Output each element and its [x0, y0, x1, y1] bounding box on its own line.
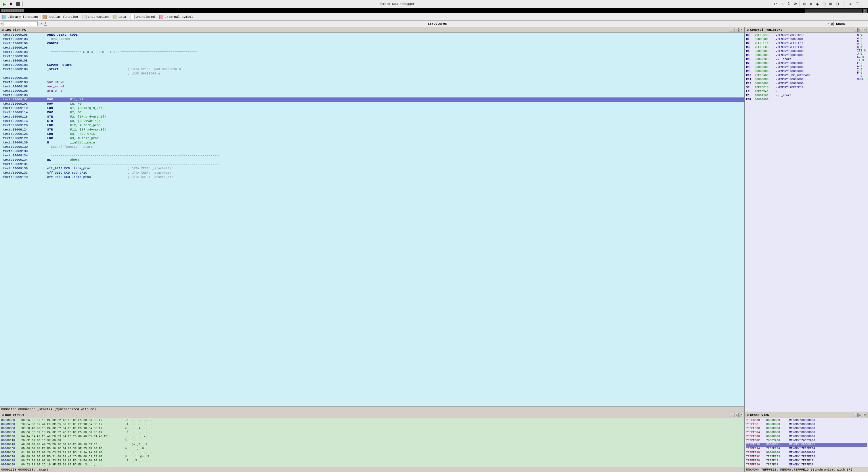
reg-line-r8: R8 00000000 ↳ MEMORY:00000000 — [745, 66, 867, 70]
btn-7[interactable]: ⊟ — [841, 1, 847, 7]
hex-line: 000090F0 00 C6 8F E2 18 CA 8C E2 2C F8 B… — [1, 431, 743, 435]
structures-expand-btn[interactable]: ✕ — [828, 22, 830, 26]
structures-tab-area: ✕ A Structures ✕ ⊞ — [39, 22, 834, 26]
ida-line: .text:00009108 — [0, 46, 744, 50]
stack-line: 7EFFFE00 00000000 MEMORY:00000000 — [746, 427, 867, 431]
stack-line: 7EFFFE04 00000000 MEMORY:00000000 — [746, 431, 867, 435]
structures-grid-btn[interactable]: ⊞ — [830, 22, 834, 26]
btn-6[interactable]: ⊡ — [834, 1, 840, 7]
stack-minimize-btn[interactable]: − — [854, 413, 858, 417]
reg-line-lr: LR 76FF5BAC ↳ — [745, 90, 867, 94]
regs-restore-btn[interactable]: □ — [858, 28, 862, 32]
hex-line: 000090D0 18 CA 8C E2 44 F8 BC E5 00 C6 8… — [1, 423, 743, 427]
ida-line: .text:00009138 off_9138 DCD .term_proc ;… — [0, 166, 744, 171]
stack-line: 7EFFFE18 00000000 MEMORY:00000000 — [746, 451, 867, 455]
legend-library: Library function — [2, 15, 38, 19]
hex-line: 00009170 40 00 00 00 0E BD 31 00 08 40 2… — [1, 455, 743, 459]
stack-panel-icon: 🖥 — [746, 413, 749, 417]
ida-line: .text:00009120 LDR R12, =.term_proc — [0, 123, 744, 128]
ida-view-container: 🖥 IDA View-PC − □ ✕ .text:00009108 AREA … — [0, 27, 744, 412]
play-button[interactable]: ▶ — [1, 1, 7, 7]
btn-4[interactable]: ⊞ — [821, 1, 827, 7]
hex-line: 000090E0 3C F8 AC 00 18 CA 8C E2 34 F8 B… — [1, 427, 743, 431]
stop-button[interactable]: ⬛ — [14, 1, 21, 7]
ida-line: .text:00009108 var_8= -8 — [0, 80, 744, 85]
tab-structures-row: ✕ ✕ A Structures ✕ ⊞ Enums — [0, 21, 868, 27]
step-over-button[interactable]: ↩ — [772, 1, 779, 7]
ida-line: .text:00009134 ; -----------------------… — [0, 162, 744, 166]
regs-panel-title: General registers — [750, 28, 854, 32]
reg-line-r5: R5 00000000 ↳ MEMORY:00000000 — [745, 54, 867, 58]
step-into-button[interactable]: ↪ — [779, 1, 785, 7]
step-out-button[interactable]: ⤵ — [785, 1, 792, 7]
reg-line-psr: PSR 00000000 — [745, 98, 867, 102]
search-input[interactable] — [3, 22, 38, 26]
reg-line-r7: R7 00000000 ↳ MEMORY:00000000 — [745, 62, 867, 66]
panels-row: 🖥 IDA View-PC − □ ✕ .text:00009108 AREA … — [0, 27, 868, 472]
hex-line: 00009110 20 6F 01 00 1C 97 00 00 o...... — [1, 439, 743, 443]
hex-line: 00009190 00 53 E3 02 2C 10 9F E5 08 80 B… — [1, 463, 743, 467]
reg-line-r1: R1 00000001 ↳ MEMORY:00000001 — [745, 37, 867, 41]
ida-view-content[interactable]: .text:00009108 AREA .text, CODE .text:00… — [0, 33, 744, 406]
reg-line-r12: R12 00000000 ↳ MEMORY:00000000 — [745, 81, 867, 86]
search-clear-btn[interactable]: ✕ — [1, 22, 3, 25]
legend-external-label: External symbol — [164, 15, 193, 19]
stack-line: 7EFFFE20 7EFFF17 MEMORY:7EFFF17 — [746, 459, 867, 463]
hex-restore-btn[interactable]: □ — [735, 413, 739, 417]
legend-unexplored-color — [131, 15, 134, 19]
structures-filter-btn[interactable]: A — [44, 22, 47, 26]
btn-8[interactable]: ≡ — [847, 1, 854, 7]
btn-10[interactable]: ⊥ — [861, 1, 867, 7]
btn-2[interactable]: ⊗ — [808, 1, 814, 7]
hex-panel-title: Hex View-1 — [5, 413, 730, 417]
btn-5[interactable]: ⊠ — [828, 1, 834, 7]
dropdown-btn[interactable]: ▼ — [863, 9, 867, 13]
ida-status-bar: 0000110C 0000910C: _start+4 (Synchronize… — [0, 406, 744, 412]
ida-panel-icon: 🖥 — [1, 28, 4, 32]
reg-line-pc: PC 00009108 ↳ ↳ _start — [745, 94, 867, 98]
toolbar-debug-controls: ↩ ↪ ⤵ ⟳ — [772, 1, 798, 7]
legend-instruction: Instruction — [83, 15, 109, 19]
hex-line: 00009180 00 53 E3 02 00 0A 53 E3 08 80 B… — [1, 459, 743, 463]
ida-line: .text:00009114 MOV R2, SP — [0, 110, 744, 115]
legend-instruction-color — [83, 15, 87, 19]
toolbar-controls: ▶ ⏸ ⬛ — [1, 1, 21, 7]
regs-close-btn[interactable]: ✕ — [863, 28, 867, 32]
legend-regular-label: Regular function — [48, 15, 78, 19]
regs-minimize-btn[interactable]: − — [854, 28, 858, 32]
ida-line: .text:00009108 _start ; DATA XREF: LOAD:… — [0, 67, 744, 72]
search-area: ✕ — [0, 21, 39, 27]
stack-line: 7EFFFE24 7EFFF21 MEMORY:7EFFF21 — [746, 463, 867, 467]
regs-panel-header: 🖥 General registers − □ ✕ — [745, 27, 868, 33]
btn-1[interactable]: ⊕ — [801, 1, 807, 7]
stack-restore-btn[interactable]: □ — [858, 413, 862, 417]
ida-line: .text:00009110 LDR R1, [SP+arg_0],#4 — [0, 106, 744, 110]
pause-button[interactable]: ⏸ — [8, 1, 14, 7]
legend-data-color — [113, 15, 117, 19]
btn-3[interactable]: ◈ — [814, 1, 820, 7]
ida-line: .text:00009134 BL abort — [0, 158, 744, 162]
legend-library-color — [2, 15, 6, 19]
hex-view-content[interactable]: 000090C0 00 C6 8F E2 18 CA 8C E2 4C F8 B… — [0, 418, 744, 467]
legend-unexplored-label: Unexplored — [136, 15, 155, 19]
ida-status-text: 0000110C 0000910C: _start+4 (Synchronize… — [1, 408, 96, 411]
registers-content[interactable]: N 0 Z 0 C 0 V 0 Q 0 IT2 0 J 0 GE 0 IT 0 … — [745, 33, 868, 412]
ida-minimize-btn[interactable]: − — [730, 28, 734, 32]
ida-restore-btn[interactable]: □ — [735, 28, 739, 32]
hex-close-btn[interactable]: ✕ — [739, 413, 743, 417]
run-to-cursor-button[interactable]: ⟳ — [792, 1, 798, 7]
ida-close-btn[interactable]: ✕ — [739, 28, 743, 32]
reg-line-r4: R4 00000000 ↳ MEMORY:00000000 — [745, 49, 867, 54]
stack-view-content[interactable]: 7EFFDFD8 00000000 MEMORY:00000000 7EFFFD… — [745, 418, 868, 467]
btn-9[interactable]: ⊤ — [854, 1, 860, 7]
stack-container: 🖥 Stack view − □ ✕ 7EFFDFD8 00000000 MEM… — [745, 412, 868, 472]
stack-close-btn[interactable]: ✕ — [863, 413, 867, 417]
ida-line: .text:00009130 — [0, 149, 744, 154]
structures-close-btn[interactable]: ✕ — [40, 22, 42, 25]
hex-panel-header: 🖥 Hex View-1 − □ ✕ — [0, 412, 744, 418]
ida-line: .text:00009108 ; ORG 0x9108 — [0, 37, 744, 41]
reg-line-r9: R9 00000000 ↳ MEMORY:00000000 — [745, 70, 867, 74]
reg-line-r3: R3 7EFFFEC0 ↳ MEMORY:7EFFFEC0 — [745, 45, 867, 49]
hex-minimize-btn[interactable]: − — [730, 413, 734, 417]
reg-line-r2: R2 7EFFFE14 ↳ MEMORY:7EFFFE14 — [745, 41, 867, 45]
